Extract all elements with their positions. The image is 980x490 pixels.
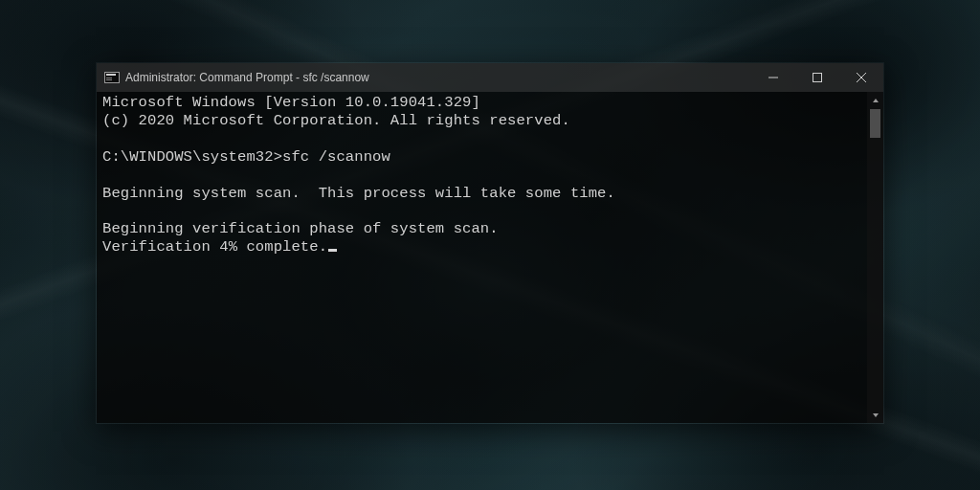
maximize-icon: [813, 73, 822, 82]
cmd-icon: [104, 72, 120, 83]
progress-percent: 4%: [219, 238, 237, 256]
window-title: Administrator: Command Prompt - sfc /sca…: [125, 71, 751, 84]
close-button[interactable]: [839, 63, 883, 92]
titlebar[interactable]: Administrator: Command Prompt - sfc /sca…: [97, 63, 883, 92]
progress-suffix: complete.: [237, 238, 327, 256]
maximize-button[interactable]: [795, 63, 839, 92]
svg-rect-0: [813, 74, 822, 82]
chevron-down-icon: [872, 412, 880, 419]
window-client-area: Microsoft Windows [Version 10.0.19041.32…: [97, 92, 883, 423]
command-text: sfc /scannow: [282, 148, 390, 166]
scroll-thumb[interactable]: [870, 109, 880, 138]
chevron-up-icon: [872, 97, 880, 104]
close-icon: [857, 73, 866, 82]
vertical-scrollbar[interactable]: [867, 92, 883, 423]
scan-begin-line: Beginning system scan. This process will…: [102, 185, 615, 202]
version-line: Microsoft Windows [Version 10.0.19041.32…: [102, 94, 480, 111]
progress-prefix: Verification: [102, 238, 219, 256]
copyright-line: (c) 2020 Microsoft Corporation. All righ…: [102, 112, 570, 129]
verify-begin-line: Beginning verification phase of system s…: [102, 220, 499, 237]
scroll-up-button[interactable]: [867, 92, 883, 108]
command-prompt-window: Administrator: Command Prompt - sfc /sca…: [96, 62, 884, 424]
text-cursor: [328, 249, 337, 252]
scroll-down-button[interactable]: [867, 407, 883, 423]
prompt-text: C:\WINDOWS\system32>: [102, 148, 282, 166]
minimize-icon: [768, 73, 778, 82]
terminal-output[interactable]: Microsoft Windows [Version 10.0.19041.32…: [97, 92, 867, 423]
minimize-button[interactable]: [751, 63, 795, 92]
